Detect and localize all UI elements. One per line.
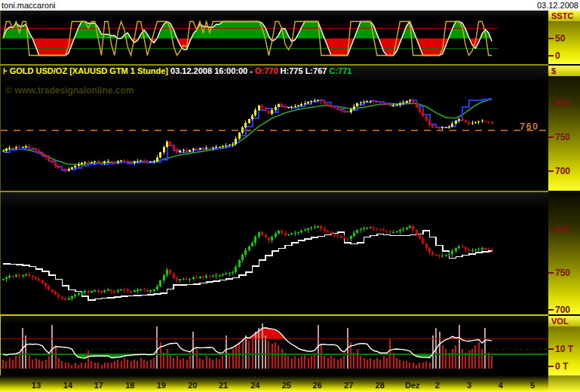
- tick-mark: [548, 366, 554, 367]
- bar-datetime: 03.12.2008 16:00:00 -: [170, 66, 253, 75]
- scale-tick-label: 0: [548, 51, 560, 61]
- time-axis-label: 13: [32, 381, 41, 390]
- time-axis[interactable]: 131417181920212425262728Dez2345: [0, 375, 580, 392]
- level-760-label: 760: [520, 121, 539, 132]
- price-scale[interactable]: $ 800750700: [548, 66, 580, 191]
- tick-mark: [548, 272, 554, 274]
- time-axis-label: 27: [344, 381, 353, 390]
- sstc-chart-plot[interactable]: [1, 11, 549, 64]
- price-scale-header: $: [548, 66, 580, 76]
- time-axis-label: 25: [282, 381, 291, 390]
- time-axis-label: 28: [376, 381, 385, 390]
- tick-mark: [548, 348, 554, 350]
- instrument-label: GOLD USD/OZ [XAUUSD GTM 1 Stunde]: [10, 66, 168, 75]
- time-axis-label: 24: [250, 381, 259, 390]
- open-value: O:770: [255, 66, 278, 75]
- sstc-indicator-panel[interactable]: [0, 11, 548, 64]
- volume-scale[interactable]: VOL 10 T0 T: [548, 316, 580, 375]
- chart-cursor-icon: ⊦: [3, 66, 8, 75]
- volume-panel[interactable]: [0, 316, 548, 375]
- time-axis-label: 19: [157, 381, 166, 390]
- time-axis-label: 3: [467, 381, 471, 390]
- tick-mark: [548, 38, 554, 39]
- tick-mark: [548, 229, 554, 231]
- time-axis-label: 14: [63, 381, 72, 390]
- scale-tick-label: 750: [548, 268, 570, 278]
- workspace-name: toni.maccaroni: [0, 0, 56, 11]
- chart-title: ⊦GOLD USD/OZ [XAUUSD GTM 1 Stunde] 03.12…: [3, 66, 351, 76]
- heikin-ashi-scale[interactable]: 800750700: [548, 192, 580, 314]
- time-axis-label: 2: [435, 381, 440, 390]
- window-titlebar[interactable]: toni.maccaroni 03.12.2008: [0, 0, 580, 11]
- scale-tick-label: 700: [548, 305, 570, 315]
- price-panel[interactable]: ⊦GOLD USD/OZ [XAUUSD GTM 1 Stunde] 03.12…: [0, 66, 548, 191]
- time-axis-label: Dez: [405, 381, 420, 390]
- scale-tick-label: 10 T: [548, 344, 573, 354]
- tick-mark: [548, 103, 554, 104]
- scale-tick-label: 50: [548, 33, 565, 44]
- heikin-ashi-plot[interactable]: [1, 192, 549, 314]
- tradesignal-watermark: © www.tradesignalonline.com: [5, 85, 133, 96]
- time-axis-label: 26: [313, 381, 322, 390]
- tick-mark: [548, 136, 554, 138]
- time-axis-label: 21: [219, 381, 228, 390]
- tick-mark: [548, 309, 554, 311]
- axis-scale-corner: [548, 375, 580, 392]
- time-axis-label: 5: [530, 381, 535, 390]
- scale-tick-label: 750: [548, 132, 570, 142]
- scale-tick-label: 700: [548, 166, 570, 176]
- time-axis-label: 20: [188, 381, 197, 390]
- volume-scale-header: VOL: [548, 316, 580, 326]
- sstc-scale[interactable]: SSTC 500: [548, 11, 580, 64]
- price-chart-plot[interactable]: [1, 66, 549, 191]
- tick-mark: [548, 170, 554, 172]
- highlow-value: H:775 L:767: [281, 66, 327, 75]
- time-axis-label: 17: [94, 381, 103, 390]
- scale-tick-label: 0 T: [548, 361, 568, 372]
- current-date: 03.12.2008: [537, 0, 580, 11]
- time-axis-label: 18: [125, 381, 134, 390]
- volume-plot[interactable]: [1, 316, 549, 375]
- scale-tick-label: 800: [548, 98, 570, 109]
- tick-mark: [548, 55, 554, 57]
- trading-app-window: toni.maccaroni 03.12.2008 SSTC 500 ⊦GOLD…: [0, 0, 580, 392]
- time-axis-label: 4: [499, 381, 503, 390]
- sstc-scale-header: SSTC: [548, 11, 580, 21]
- close-value: C:771: [329, 66, 351, 75]
- scale-tick-label: 800: [548, 225, 570, 235]
- heikin-ashi-panel[interactable]: [0, 192, 548, 314]
